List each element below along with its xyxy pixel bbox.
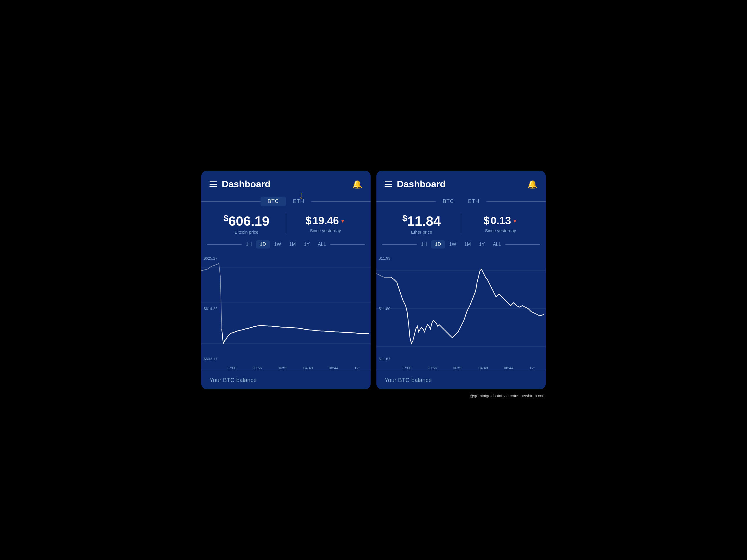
left-y-label-2: $614.22 <box>204 306 217 311</box>
right-x-label-5: 08:44 <box>504 366 514 370</box>
right-tf-all[interactable]: ALL <box>489 240 505 248</box>
right-bell-icon[interactable]: 🔔 <box>527 179 538 189</box>
right-x-label-3: 00:52 <box>453 366 463 370</box>
left-dashboard-title: Dashboard <box>222 179 271 190</box>
left-header-left: Dashboard <box>209 179 271 190</box>
left-tf-1d[interactable]: 1D <box>256 240 270 248</box>
left-chart-area: $625.27 $614.22 $603.17 <box>201 253 370 364</box>
right-chart-area: $11.93 $11.80 $11.67 <box>377 253 546 364</box>
left-x-label-6: 12: <box>354 366 360 370</box>
left-tf-divider-left <box>207 244 241 245</box>
right-change-label: Since yesterday <box>461 228 540 233</box>
left-tf-1m[interactable]: 1M <box>285 240 300 248</box>
right-dashboard-title: Dashboard <box>397 179 445 190</box>
right-price-change-value: $0.13▼ <box>461 215 540 227</box>
right-balance-label: Your BTC balance <box>385 377 432 383</box>
right-price-block-change: $0.13▼ Since yesterday <box>461 215 540 233</box>
left-balance-label: Your BTC balance <box>209 377 257 383</box>
right-tf-1d[interactable]: 1D <box>431 240 445 248</box>
right-price-label: Ether price <box>382 230 461 235</box>
left-x-label-4: 04:48 <box>304 366 313 370</box>
right-tab-btc[interactable]: BTC <box>436 196 461 206</box>
left-tab-divider-right <box>311 201 370 202</box>
right-tf-1m[interactable]: 1M <box>460 240 475 248</box>
left-dollar-sign: $ <box>224 213 229 223</box>
right-tab-eth[interactable]: ETH <box>461 196 486 206</box>
left-price-block-main: $606.19 Bitcoin price <box>207 213 286 235</box>
right-y-label-1: $11.93 <box>379 256 390 261</box>
left-y-label-1: $625.27 <box>204 256 217 261</box>
right-timeframe-row: 1H 1D 1W 1M 1Y ALL <box>377 237 546 251</box>
right-chart-labels-x: 17:00 20:56 00:52 04:48 08:44 12: <box>377 364 546 371</box>
right-tab-divider-left <box>377 201 436 202</box>
right-header-left: Dashboard <box>385 179 445 190</box>
right-tf-divider-left <box>382 244 417 245</box>
left-tabs-row: BTC ETH ↓ <box>201 194 370 210</box>
right-chart-labels-y: $11.93 $11.80 $11.67 <box>379 253 390 364</box>
left-x-label-3: 00:52 <box>278 366 287 370</box>
left-price-label: Bitcoin price <box>207 230 286 235</box>
left-chart-labels-y: $625.27 $614.22 $603.17 <box>204 253 217 364</box>
right-tab-divider-right <box>486 201 546 202</box>
right-x-label-6: 12: <box>529 366 535 370</box>
right-y-label-3: $11.67 <box>379 357 390 361</box>
left-change-label: Since yesterday <box>286 228 365 233</box>
right-dollar-sign: $ <box>403 213 407 223</box>
right-phone-card: Dashboard 🔔 BTC ETH $11.84 Ether price $… <box>377 170 546 390</box>
left-change-arrow: ▼ <box>340 218 345 224</box>
right-tf-1w[interactable]: 1W <box>445 240 460 248</box>
left-chart-svg <box>201 253 370 364</box>
left-price-change-value: $19.46▼ <box>286 215 365 227</box>
right-price-main-value: $11.84 <box>382 213 461 229</box>
left-tab-divider-left <box>201 201 261 202</box>
left-tf-divider-right <box>330 244 365 245</box>
right-tf-divider-right <box>506 244 540 245</box>
left-tab-btc[interactable]: BTC <box>261 196 286 206</box>
right-balance-footer: Your BTC balance <box>377 371 546 390</box>
right-change-arrow: ▼ <box>512 218 517 224</box>
right-tf-1h[interactable]: 1H <box>417 240 431 248</box>
left-prices-row: $606.19 Bitcoin price $19.46▼ Since yest… <box>201 210 370 237</box>
left-header: Dashboard 🔔 <box>201 170 370 194</box>
left-tf-1h[interactable]: 1H <box>241 240 256 248</box>
left-balance-footer: Your BTC balance <box>201 371 370 390</box>
right-tf-1y[interactable]: 1Y <box>475 240 489 248</box>
left-x-label-2: 20:56 <box>252 366 262 370</box>
left-price-main-value: $606.19 <box>207 213 286 229</box>
right-price-block-main: $11.84 Ether price <box>382 213 461 235</box>
right-header: Dashboard 🔔 <box>377 170 546 194</box>
left-price-block-change: $19.46▼ Since yesterday <box>286 215 365 233</box>
left-tf-1w[interactable]: 1W <box>270 240 285 248</box>
left-x-label-1: 17:00 <box>227 366 236 370</box>
left-menu-button[interactable] <box>209 181 217 187</box>
left-chart-labels-x: 17:00 20:56 00:52 04:48 08:44 12: <box>201 364 370 371</box>
right-chart-svg <box>377 253 546 364</box>
watermark: @geminigoldsaint via coins.newbium.com <box>470 394 546 398</box>
right-tabs-row: BTC ETH <box>377 194 546 210</box>
left-y-label-3: $603.17 <box>204 357 217 361</box>
right-change-dollar: $ <box>484 215 489 227</box>
left-change-dollar: $ <box>306 215 311 227</box>
right-prices-row: $11.84 Ether price $0.13▼ Since yesterda… <box>377 210 546 237</box>
left-tf-1y[interactable]: 1Y <box>300 240 314 248</box>
left-timeframe-row: 1H 1D 1W 1M 1Y ALL <box>201 237 370 251</box>
right-menu-button[interactable] <box>385 181 392 187</box>
right-x-label-4: 04:48 <box>479 366 488 370</box>
left-bell-icon[interactable]: 🔔 <box>352 179 362 189</box>
right-x-label-1: 17:00 <box>402 366 411 370</box>
left-arrow-indicator: ↓ <box>299 190 304 201</box>
left-tf-all[interactable]: ALL <box>314 240 330 248</box>
right-y-label-2: $11.80 <box>379 306 390 311</box>
right-x-label-2: 20:56 <box>428 366 437 370</box>
left-phone-card: Dashboard 🔔 BTC ETH ↓ $606.19 Bitcoin pr… <box>201 170 370 390</box>
left-x-label-5: 08:44 <box>329 366 338 370</box>
